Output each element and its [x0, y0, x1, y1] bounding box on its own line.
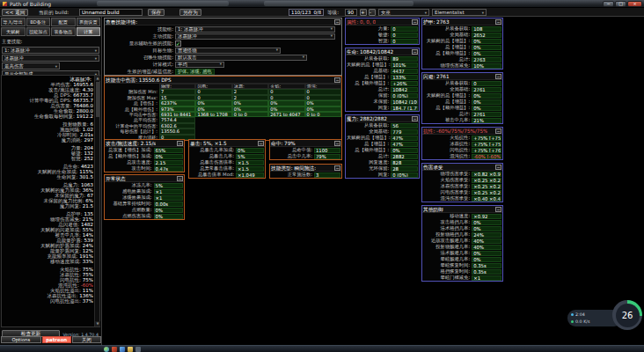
- collapse-button[interactable]: −: [334, 141, 340, 146]
- collapse-button[interactable]: −: [495, 165, 501, 170]
- panel-row-value: 2763: [472, 57, 501, 62]
- minion-dropdown[interactable]: 默认攻击 ▾: [175, 55, 307, 61]
- scroll-up-icon[interactable]: ▲: [95, 76, 100, 81]
- active-skill-dropdown[interactable]: 冰霜脉冲 ▾: [175, 33, 335, 40]
- skill-group-value: 1: 冰霜脉冲: [4, 48, 30, 54]
- folder-icon[interactable]: [128, 347, 133, 352]
- panel-row: 冰霜抗性:+75% [+75%]: [422, 141, 502, 147]
- collapse-button[interactable]: −: [495, 19, 501, 25]
- options-button[interactable]: Options: [1, 336, 41, 343]
- panel-row-label: 总【额外增益】:: [347, 80, 391, 86]
- sidebar-tab-天赋树[interactable]: 天赋树: [1, 27, 26, 36]
- collapse-button[interactable]: −: [177, 176, 183, 181]
- collapse-button[interactable]: −: [412, 49, 418, 55]
- panel-row: 被击中几率:21%: [422, 117, 502, 123]
- collapse-button[interactable]: −: [334, 19, 340, 25]
- ascendancy-value: Elementalist: [435, 10, 465, 16]
- level-minus-button[interactable]: -: [369, 9, 376, 16]
- collapse-button[interactable]: −: [495, 128, 501, 134]
- sidebar-tab-技能加点[interactable]: 技能加点: [26, 27, 51, 36]
- scroll-down-icon[interactable]: ▼: [95, 321, 100, 326]
- active-skill-value: 冰霜脉冲: [178, 33, 197, 39]
- stat-value: 1912.2: [77, 114, 93, 119]
- stat-value: 21.5: [83, 203, 93, 209]
- panel-row-value: 2652: [472, 33, 501, 38]
- stat-row: 闪电抗性溢出:37%: [3, 298, 93, 304]
- class-dropdown[interactable]: 女巫 ▾: [378, 9, 429, 16]
- level-plus-button[interactable]: +: [360, 9, 367, 16]
- panel-row-value: 0: [472, 81, 501, 86]
- collapse-button[interactable]: −: [258, 141, 264, 146]
- panel-row-value: 779: [391, 129, 418, 135]
- show-support-label: 显示辅助生效的技能:: [105, 40, 175, 47]
- save-as-button[interactable]: 另存为: [179, 9, 201, 16]
- app-gray-icon[interactable]: [135, 347, 141, 352]
- collapse-button[interactable]: −: [412, 19, 418, 25]
- save-button[interactable]: 保存: [148, 9, 165, 16]
- sidebar-tab-导入/导出[interactable]: 导入/导出: [1, 18, 26, 26]
- sidebar-tab-配置[interactable]: 配置: [51, 18, 76, 26]
- start-orb-icon[interactable]: [104, 347, 109, 352]
- build-name-field[interactable]: Unnamed build: [79, 9, 143, 16]
- collapse-button[interactable]: −: [412, 116, 418, 121]
- app-red-icon[interactable]: [112, 347, 117, 352]
- panel-row: 法术躲避几率:0%: [422, 250, 502, 256]
- chevron-down-icon: ▾: [220, 62, 222, 67]
- panel-row: 总击中几率:79%: [270, 153, 341, 159]
- overlay-gauge-value: 26: [616, 304, 640, 327]
- desktop: { "colors":{"accent_orange":"#b4591e","a…: [0, 0, 644, 352]
- panel-title: 护甲: 2763: [423, 18, 450, 26]
- level-input[interactable]: 90: [345, 9, 357, 16]
- socket-group-dropdown[interactable]: 1: 冰霜脉冲 ▾: [175, 26, 335, 33]
- app-blue-icon[interactable]: [120, 347, 125, 352]
- skill-mode-dropdown[interactable]: 最高伤害 ▾: [2, 62, 60, 70]
- panel-row-label: 投射物格挡几率:: [423, 231, 472, 238]
- panel-row: 总攻击速度:2.15: [105, 159, 184, 165]
- scroll-thumb[interactable]: [96, 82, 99, 117]
- socket-group-value: 1: 冰霜脉冲: [178, 26, 203, 32]
- panel-row: 总暴击几率加成:0%: [189, 147, 265, 153]
- panel-row: 冰缓效果加成:×1: [105, 194, 184, 201]
- back-button[interactable]: << 返回: [2, 9, 28, 16]
- sidebar-tab-界面设置[interactable]: 界面设置: [77, 18, 101, 26]
- panel-row: 回复:184.7 (1.7%): [346, 105, 419, 111]
- close-build-button[interactable]: 关闭: [72, 336, 101, 343]
- panel-row-value: ×0.25 ×0.26: [472, 190, 501, 195]
- buffs-value: 护体, 冰缓, 感电: [175, 69, 215, 75]
- collapse-button[interactable]: −: [495, 74, 501, 79]
- minimize-button[interactable]: −: [603, 1, 614, 7]
- panel-row-label: 感电效果加成:: [106, 188, 154, 194]
- panel-row-label: 晕眩门槛减免:: [423, 275, 472, 281]
- panel-row-value: 2761: [472, 87, 501, 92]
- collapse-button[interactable]: −: [495, 207, 501, 212]
- sidebar-tab-装备物品[interactable]: 装备物品: [51, 27, 76, 36]
- overlay-gauge[interactable]: 26: [612, 300, 642, 330]
- panel-row-value: 133%: [391, 75, 418, 80]
- show-support-checkbox[interactable]: ✓: [175, 40, 181, 47]
- sidebar-tab-BD备注[interactable]: BD备注: [26, 18, 51, 26]
- stats-scrollbar[interactable]: ▲ ▼: [94, 76, 99, 326]
- close-window-button[interactable]: ×: [627, 1, 642, 7]
- panel-row: 回复速度:828: [346, 159, 419, 165]
- calc-mode-dropdown[interactable]: 平均 ▾: [175, 62, 224, 68]
- patreon-badge[interactable]: patreon: [42, 336, 71, 343]
- collapse-button[interactable]: −: [334, 165, 340, 171]
- active-skill-dropdown[interactable]: 冰霜脉冲 ▾: [2, 55, 99, 62]
- panel-row-value: 5%: [154, 183, 183, 188]
- enemy-dropdown[interactable]: 普通怪物 ▾: [175, 48, 281, 54]
- panel-row-label: 总攻击速度:: [106, 159, 154, 165]
- overlay-line-text: 2:04: [575, 312, 585, 317]
- maximize-button[interactable]: □: [615, 1, 626, 7]
- sidebar-tab-计算[interactable]: 计算: [77, 27, 101, 36]
- panel-row-value: 0%: [472, 251, 501, 256]
- panel-row: 保留:0 (0%): [346, 92, 419, 99]
- collapse-button[interactable]: −: [177, 141, 183, 146]
- ascendancy-dropdown[interactable]: Elementalist ▾: [432, 9, 487, 16]
- panel-row: 总基础:4437: [346, 68, 419, 74]
- panel-row: 从装备获取:89: [346, 55, 419, 62]
- panel-row: 正常施法数:3: [270, 172, 341, 178]
- skill-group-dropdown[interactable]: 1: 冰霜脉冲 ▾: [2, 47, 99, 54]
- panel-row: 混沌伤害承受:×0.40 ×0.40: [422, 195, 502, 202]
- crit-panel: 暴击: 5%, ×1.5−总暴击几率加成:0%总暴击几率:5%总暴击伤害倍率:×…: [188, 139, 266, 179]
- collapse-button[interactable]: −: [334, 77, 340, 83]
